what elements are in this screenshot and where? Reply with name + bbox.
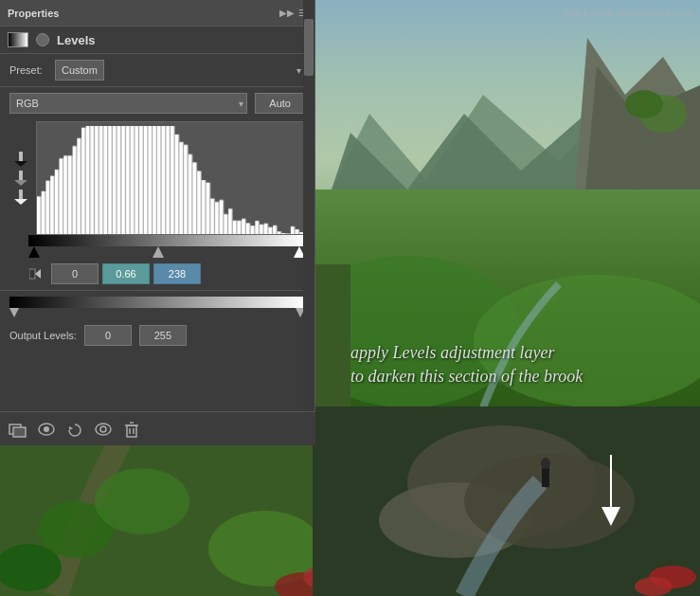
overlay-line1: apply Levels adjustment layer [350,341,583,365]
histogram-canvas [37,122,304,234]
mid-point-eyedropper[interactable] [13,171,28,186]
arrow-indicator [597,455,625,533]
black-input-value[interactable] [51,263,99,284]
auto-button[interactable]: Auto [255,93,305,114]
input-levels-icon [28,267,47,280]
svg-point-38 [96,424,111,435]
black-output-handle[interactable] [9,308,19,317]
panel-header: Properties ▶▶ ☰ [0,0,314,27]
levels-adjustment-icon [8,32,28,47]
input-gradient-bar [28,235,305,246]
histogram-area [0,117,314,235]
levels-title-row: Levels [0,27,314,54]
svg-marker-28 [14,180,27,186]
input-values-row [0,260,314,288]
svg-rect-19 [542,468,549,487]
bottom-toolbar [0,411,315,445]
svg-marker-26 [14,161,27,167]
svg-point-5 [625,90,663,118]
panel-scrollbar[interactable] [303,0,314,445]
output-white-value[interactable] [139,325,187,346]
visibility-button[interactable] [93,419,114,440]
clip-to-layer-button[interactable] [8,419,28,440]
output-levels-label: Output Levels: [9,330,77,341]
preset-select[interactable]: Custom [55,60,104,81]
svg-marker-37 [69,426,73,430]
preset-select-wrapper: Custom [55,60,305,81]
svg-rect-25 [19,152,23,161]
delete-button[interactable] [121,419,142,440]
expand-icon[interactable]: ▶▶ [279,8,295,18]
svg-rect-27 [19,171,23,180]
channel-select[interactable]: RGB [9,93,247,114]
slider-handles [28,246,305,260]
white-input-value[interactable] [153,263,201,284]
watermark: 思绪设计论坛 www.missvuan.com [564,8,692,20]
svg-point-22 [635,577,673,596]
mid-input-value[interactable] [102,263,150,284]
overlay-line2: to darken this section of the brook [350,365,583,388]
visibility-icon[interactable] [36,33,49,46]
output-levels-row: Output Levels: [0,321,314,350]
channel-row: RGB Auto [0,89,314,117]
svg-point-10 [95,468,189,534]
mid-input-handle[interactable] [153,246,164,258]
histogram-container [36,121,305,235]
reset-button[interactable] [64,419,85,440]
output-gradient-row [0,293,314,321]
svg-point-36 [44,426,49,432]
svg-rect-31 [29,269,35,279]
svg-marker-30 [14,199,27,205]
panel-title: Properties [8,8,59,19]
preset-label: Preset: [9,64,47,76]
svg-point-39 [100,426,106,432]
properties-panel: Properties ▶▶ ☰ Levels Preset: Custom RG… [0,0,315,445]
black-input-handle[interactable] [28,246,40,258]
preset-row: Preset: Custom [0,54,314,87]
eyedroppers-column [9,121,32,235]
svg-point-20 [541,458,550,469]
svg-rect-40 [127,425,136,437]
black-point-eyedropper[interactable] [13,152,28,167]
channel-select-wrapper: RGB [9,93,247,114]
view-button[interactable] [36,419,57,440]
svg-rect-29 [19,190,23,199]
svg-rect-34 [13,427,26,437]
output-gradient-bar [9,297,305,308]
output-slider-handles [9,308,305,321]
brook-area [313,406,700,596]
watermark-text: 思绪设计论坛 www.missvuan.com [564,9,692,18]
svg-marker-32 [35,269,41,279]
svg-marker-24 [601,507,620,526]
scrollbar-thumb [304,19,314,76]
white-point-eyedropper[interactable] [13,190,28,205]
output-black-value[interactable] [84,325,132,346]
text-overlay: apply Levels adjustment layer to darken … [350,341,583,388]
levels-label: Levels [57,33,95,47]
section-divider [0,290,314,291]
input-slider-row [0,235,314,260]
